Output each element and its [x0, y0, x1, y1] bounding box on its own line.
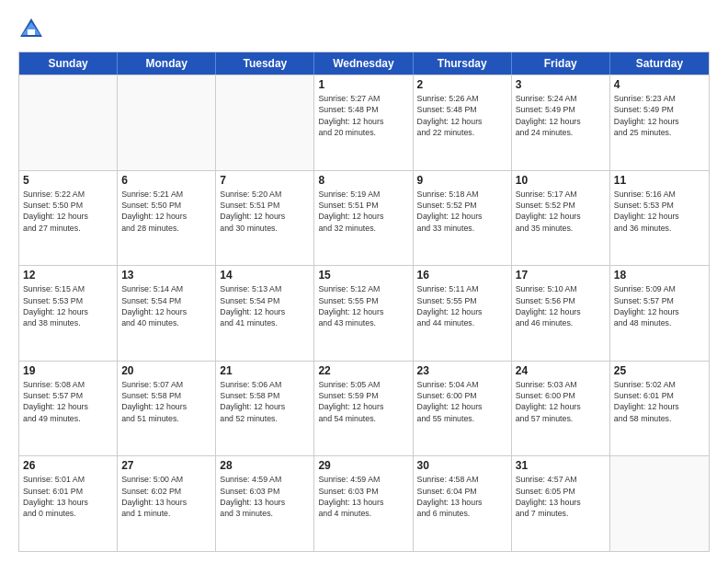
sun-info: Sunrise: 5:26 AM Sunset: 5:48 PM Dayligh… [417, 93, 507, 138]
calendar-day-25: 25Sunrise: 5:02 AM Sunset: 6:01 PM Dayli… [610, 362, 709, 456]
page: SundayMondayTuesdayWednesdayThursdayFrid… [0, 0, 728, 563]
day-number: 25 [614, 364, 705, 377]
sun-info: Sunrise: 5:08 AM Sunset: 5:57 PM Dayligh… [23, 379, 113, 424]
sun-info: Sunrise: 5:16 AM Sunset: 5:53 PM Dayligh… [614, 189, 705, 234]
sun-info: Sunrise: 5:03 AM Sunset: 6:00 PM Dayligh… [516, 379, 606, 424]
calendar-day-13: 13Sunrise: 5:14 AM Sunset: 5:54 PM Dayli… [118, 266, 216, 361]
calendar-day-4: 4Sunrise: 5:23 AM Sunset: 5:49 PM Daylig… [610, 75, 709, 170]
day-number: 16 [417, 269, 507, 282]
weekday-header-sunday: Sunday [19, 52, 118, 75]
day-number: 21 [220, 364, 310, 377]
calendar-day-empty-0-1 [118, 75, 216, 170]
sun-info: Sunrise: 5:09 AM Sunset: 5:57 PM Dayligh… [614, 283, 705, 328]
sun-info: Sunrise: 5:27 AM Sunset: 5:48 PM Dayligh… [318, 93, 408, 138]
sun-info: Sunrise: 5:13 AM Sunset: 5:54 PM Dayligh… [220, 283, 310, 328]
calendar-day-8: 8Sunrise: 5:19 AM Sunset: 5:51 PM Daylig… [314, 171, 413, 266]
calendar-day-empty-0-2 [216, 75, 314, 170]
calendar-row-1: 5Sunrise: 5:22 AM Sunset: 5:50 PM Daylig… [19, 170, 709, 266]
day-number: 27 [121, 459, 211, 472]
day-number: 9 [417, 174, 507, 187]
day-number: 31 [516, 459, 606, 472]
sun-info: Sunrise: 4:59 AM Sunset: 6:03 PM Dayligh… [318, 474, 408, 519]
sun-info: Sunrise: 5:19 AM Sunset: 5:51 PM Dayligh… [318, 189, 408, 234]
sun-info: Sunrise: 5:02 AM Sunset: 6:01 PM Dayligh… [614, 379, 705, 424]
calendar-row-3: 19Sunrise: 5:08 AM Sunset: 5:57 PM Dayli… [19, 361, 709, 456]
calendar-day-19: 19Sunrise: 5:08 AM Sunset: 5:57 PM Dayli… [19, 362, 118, 456]
calendar-day-31: 31Sunrise: 4:57 AM Sunset: 6:05 PM Dayli… [512, 456, 610, 551]
svg-rect-2 [28, 29, 35, 35]
calendar-day-27: 27Sunrise: 5:00 AM Sunset: 6:02 PM Dayli… [118, 456, 216, 551]
day-number: 23 [417, 364, 507, 377]
calendar-day-17: 17Sunrise: 5:10 AM Sunset: 5:56 PM Dayli… [512, 266, 610, 361]
calendar-day-empty-0-0 [19, 75, 118, 170]
day-number: 15 [318, 269, 408, 282]
calendar-row-0: 1Sunrise: 5:27 AM Sunset: 5:48 PM Daylig… [19, 75, 709, 170]
calendar-day-1: 1Sunrise: 5:27 AM Sunset: 5:48 PM Daylig… [314, 75, 413, 170]
day-number: 3 [516, 78, 606, 91]
sun-info: Sunrise: 5:23 AM Sunset: 5:49 PM Dayligh… [614, 93, 705, 138]
sun-info: Sunrise: 5:17 AM Sunset: 5:52 PM Dayligh… [516, 189, 606, 234]
sun-info: Sunrise: 5:24 AM Sunset: 5:49 PM Dayligh… [516, 93, 606, 138]
calendar-day-5: 5Sunrise: 5:22 AM Sunset: 5:50 PM Daylig… [19, 171, 118, 266]
calendar-day-12: 12Sunrise: 5:15 AM Sunset: 5:53 PM Dayli… [19, 266, 118, 361]
day-number: 6 [121, 174, 211, 187]
calendar-day-16: 16Sunrise: 5:11 AM Sunset: 5:55 PM Dayli… [414, 266, 512, 361]
sun-info: Sunrise: 4:58 AM Sunset: 6:04 PM Dayligh… [417, 474, 507, 519]
calendar-day-11: 11Sunrise: 5:16 AM Sunset: 5:53 PM Dayli… [610, 171, 709, 266]
day-number: 8 [318, 174, 408, 187]
header-area [18, 17, 710, 42]
sun-info: Sunrise: 5:12 AM Sunset: 5:55 PM Dayligh… [318, 283, 408, 328]
sun-info: Sunrise: 5:21 AM Sunset: 5:50 PM Dayligh… [121, 189, 211, 234]
day-number: 20 [121, 364, 211, 377]
logo [18, 17, 48, 42]
sun-info: Sunrise: 5:20 AM Sunset: 5:51 PM Dayligh… [220, 189, 310, 234]
calendar-day-9: 9Sunrise: 5:18 AM Sunset: 5:52 PM Daylig… [414, 171, 512, 266]
logo-icon [18, 17, 44, 42]
sun-info: Sunrise: 5:15 AM Sunset: 5:53 PM Dayligh… [23, 283, 113, 328]
calendar-day-20: 20Sunrise: 5:07 AM Sunset: 5:58 PM Dayli… [118, 362, 216, 456]
sun-info: Sunrise: 5:04 AM Sunset: 6:00 PM Dayligh… [417, 379, 507, 424]
day-number: 19 [23, 364, 113, 377]
day-number: 12 [23, 269, 113, 282]
day-number: 22 [318, 364, 408, 377]
calendar-day-21: 21Sunrise: 5:06 AM Sunset: 5:58 PM Dayli… [216, 362, 314, 456]
calendar-day-7: 7Sunrise: 5:20 AM Sunset: 5:51 PM Daylig… [216, 171, 314, 266]
calendar-day-14: 14Sunrise: 5:13 AM Sunset: 5:54 PM Dayli… [216, 266, 314, 361]
calendar-day-2: 2Sunrise: 5:26 AM Sunset: 5:48 PM Daylig… [414, 75, 512, 170]
sun-info: Sunrise: 5:14 AM Sunset: 5:54 PM Dayligh… [121, 283, 211, 328]
sun-info: Sunrise: 4:57 AM Sunset: 6:05 PM Dayligh… [516, 474, 606, 519]
weekday-header-wednesday: Wednesday [314, 52, 413, 75]
day-number: 1 [318, 78, 408, 91]
calendar-day-3: 3Sunrise: 5:24 AM Sunset: 5:49 PM Daylig… [512, 75, 610, 170]
weekday-header-thursday: Thursday [414, 52, 512, 75]
weekday-header-tuesday: Tuesday [216, 52, 314, 75]
day-number: 5 [23, 174, 113, 187]
day-number: 24 [516, 364, 606, 377]
day-number: 7 [220, 174, 310, 187]
calendar-row-2: 12Sunrise: 5:15 AM Sunset: 5:53 PM Dayli… [19, 265, 709, 361]
calendar-day-24: 24Sunrise: 5:03 AM Sunset: 6:00 PM Dayli… [512, 362, 610, 456]
calendar-day-26: 26Sunrise: 5:01 AM Sunset: 6:01 PM Dayli… [19, 456, 118, 551]
day-number: 4 [614, 78, 705, 91]
day-number: 11 [614, 174, 705, 187]
sun-info: Sunrise: 5:18 AM Sunset: 5:52 PM Dayligh… [417, 189, 507, 234]
calendar-day-30: 30Sunrise: 4:58 AM Sunset: 6:04 PM Dayli… [414, 456, 512, 551]
calendar-row-4: 26Sunrise: 5:01 AM Sunset: 6:01 PM Dayli… [19, 455, 709, 551]
day-number: 18 [614, 269, 705, 282]
weekday-header-monday: Monday [118, 52, 216, 75]
calendar-day-23: 23Sunrise: 5:04 AM Sunset: 6:00 PM Dayli… [414, 362, 512, 456]
calendar-body: 1Sunrise: 5:27 AM Sunset: 5:48 PM Daylig… [19, 75, 709, 551]
weekday-header-friday: Friday [512, 52, 610, 75]
calendar-day-22: 22Sunrise: 5:05 AM Sunset: 5:59 PM Dayli… [314, 362, 413, 456]
day-number: 30 [417, 459, 507, 472]
day-number: 14 [220, 269, 310, 282]
day-number: 10 [516, 174, 606, 187]
calendar-day-18: 18Sunrise: 5:09 AM Sunset: 5:57 PM Dayli… [610, 266, 709, 361]
day-number: 13 [121, 269, 211, 282]
calendar-day-10: 10Sunrise: 5:17 AM Sunset: 5:52 PM Dayli… [512, 171, 610, 266]
sun-info: Sunrise: 5:10 AM Sunset: 5:56 PM Dayligh… [516, 283, 606, 328]
day-number: 29 [318, 459, 408, 472]
day-number: 2 [417, 78, 507, 91]
weekday-header-saturday: Saturday [610, 52, 709, 75]
sun-info: Sunrise: 5:11 AM Sunset: 5:55 PM Dayligh… [417, 283, 507, 328]
